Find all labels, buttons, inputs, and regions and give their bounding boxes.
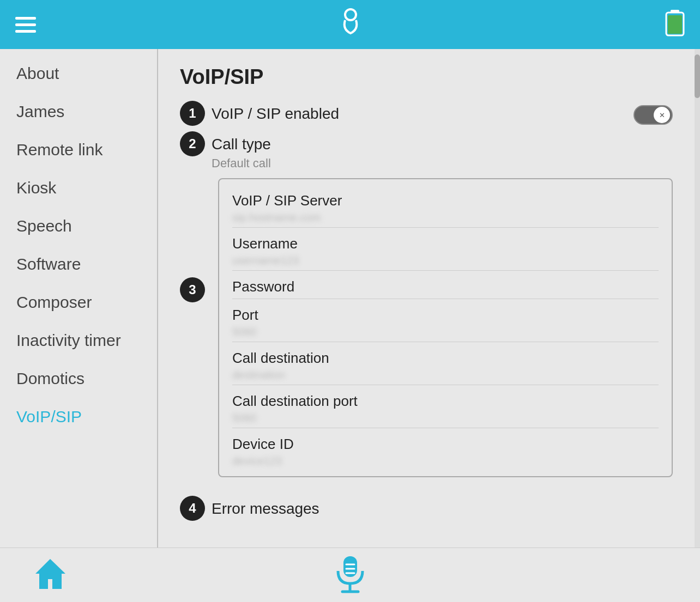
toggle-knob: ✕ (654, 107, 670, 123)
username-label: Username (232, 235, 659, 252)
voip-enabled-toggle[interactable]: ✕ (633, 105, 673, 125)
call-type-sublabel: Default call (212, 156, 673, 171)
call-dest-port-label: Call destination port (232, 393, 659, 410)
microphone-icon (333, 554, 368, 594)
sidebar-item-domotics[interactable]: Domotics (0, 360, 157, 398)
home-icon (33, 556, 68, 592)
password-label: Password (232, 278, 659, 295)
bottom-bar (0, 548, 700, 602)
sidebar-item-kiosk[interactable]: Kiosk (0, 169, 157, 207)
sidebar-item-remote-link[interactable]: Remote link (0, 131, 157, 169)
call-type-row: 2 Call type Default call (180, 130, 673, 174)
microphone-button[interactable] (333, 554, 368, 597)
page-title: VoIP/SIP (180, 65, 673, 89)
sidebar-item-software[interactable]: Software (0, 245, 157, 283)
device-id-value: device123 (232, 455, 659, 467)
device-id-row[interactable]: Device ID device123 (232, 428, 659, 471)
call-dest-label: Call destination (232, 350, 659, 367)
battery-indicator (665, 10, 685, 39)
username-value: username123 (232, 254, 659, 267)
svg-marker-4 (35, 559, 65, 589)
top-bar (0, 0, 700, 49)
settings-box: VoIP / SIP Server sip.hostname.com Usern… (218, 178, 673, 477)
svg-rect-3 (668, 15, 682, 34)
sidebar-item-composer[interactable]: Composer (0, 283, 157, 321)
error-messages-label: Error messages (212, 495, 319, 521)
toggle-x-icon: ✕ (659, 111, 665, 119)
sidebar-item-about[interactable]: About (0, 54, 157, 93)
home-button[interactable] (33, 556, 68, 594)
voip-enabled-label: VoIP / SIP enabled (212, 100, 339, 126)
server-row[interactable]: VoIP / SIP Server sip.hostname.com (232, 185, 659, 228)
scrollbar-thumb[interactable] (695, 54, 700, 98)
sidebar-item-inactivity-timer[interactable]: Inactivity timer (0, 321, 157, 360)
sidebar-item-james[interactable]: James (0, 93, 157, 131)
server-value: sip.hostname.com (232, 211, 659, 224)
badge-3: 3 (180, 277, 205, 302)
badge-2: 2 (180, 131, 205, 156)
call-type-label: Call type (212, 130, 673, 156)
app-logo (337, 5, 364, 44)
call-type-content: Call type Default call (212, 130, 673, 174)
server-label: VoIP / SIP Server (232, 192, 659, 209)
battery-icon (665, 10, 685, 37)
call-dest-port-value: 5060 (232, 412, 659, 424)
logo-icon (337, 5, 364, 38)
device-id-label: Device ID (232, 436, 659, 453)
port-value: 5060 (232, 326, 659, 338)
port-row[interactable]: Port 5060 (232, 299, 659, 342)
main-container: About James Remote link Kiosk Speech Sof… (0, 49, 700, 548)
sidebar: About James Remote link Kiosk Speech Sof… (0, 49, 158, 548)
call-dest-value: destination (232, 369, 659, 381)
scrollbar-track[interactable] (695, 49, 700, 548)
badge-4: 4 (180, 496, 205, 521)
sidebar-item-speech[interactable]: Speech (0, 207, 157, 245)
error-messages-row: 4 Error messages (180, 495, 673, 521)
sidebar-item-voip-sip[interactable]: VoIP/SIP (0, 398, 157, 436)
menu-button[interactable] (15, 17, 36, 33)
settings-box-container: 3 VoIP / SIP Server sip.hostname.com Use… (180, 178, 673, 486)
svg-point-0 (345, 9, 356, 20)
call-dest-row[interactable]: Call destination destination (232, 342, 659, 385)
content-area: VoIP/SIP 1 VoIP / SIP enabled ✕ 2 Call t… (158, 49, 695, 548)
port-label: Port (232, 307, 659, 324)
username-row[interactable]: Username username123 (232, 228, 659, 271)
voip-enabled-content: VoIP / SIP enabled ✕ (212, 100, 673, 126)
call-dest-port-row[interactable]: Call destination port 5060 (232, 385, 659, 428)
password-row[interactable]: Password (232, 271, 659, 299)
badge-1: 1 (180, 101, 205, 126)
voip-enabled-row: 1 VoIP / SIP enabled ✕ (180, 100, 673, 126)
